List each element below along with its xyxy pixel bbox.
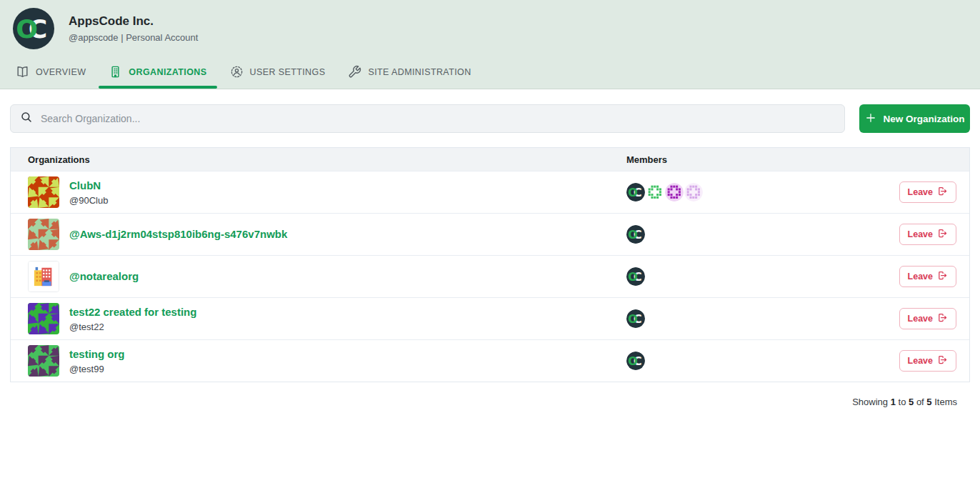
action-cell: Leave: [862, 224, 969, 245]
account-header: C O AppsCode Inc. @appscode | Personal A…: [0, 0, 980, 89]
organization-cell: testing org @test99: [11, 345, 626, 377]
members-cell: C O: [626, 225, 862, 244]
showing-of-word: of: [916, 397, 924, 407]
account-subtitle: @appscode | Personal Account: [69, 32, 198, 43]
organization-cell: @Aws-d1j2rm04stsp810ib6ng-s476v7nwbk: [11, 219, 626, 250]
organization-avatar: [28, 219, 59, 250]
showing-prefix: Showing: [852, 397, 888, 407]
organization-name-link[interactable]: @notarealorg: [69, 270, 139, 282]
organization-name-link[interactable]: @Aws-d1j2rm04stsp810ib6ng-s476v7nwbk: [69, 228, 287, 240]
leave-button[interactable]: Leave: [899, 266, 956, 287]
table-row: @notarealorg C O Leave: [11, 255, 969, 297]
wrench-icon: [348, 65, 361, 79]
svg-text:O: O: [628, 270, 638, 284]
tab-label: ORGANIZATIONS: [129, 67, 206, 77]
member-avatar[interactable]: [646, 183, 664, 201]
organization-cell: ClubN @90Club: [11, 176, 626, 208]
user-settings-icon: [230, 65, 244, 79]
organization-name-link[interactable]: testing org: [69, 348, 125, 360]
tab-organizations[interactable]: ORGANIZATIONS: [99, 55, 216, 89]
showing-from: 1: [891, 397, 896, 407]
leave-button[interactable]: Leave: [899, 181, 956, 203]
organization-name-link[interactable]: ClubN: [69, 179, 101, 191]
account-title: AppsCode Inc.: [69, 14, 198, 29]
leave-label: Leave: [908, 229, 933, 239]
members-cell: C O: [626, 267, 862, 286]
organization-handle: @90Club: [69, 195, 108, 206]
leave-button[interactable]: Leave: [899, 350, 956, 372]
tab-site-administration[interactable]: SITE ADMINISTRATION: [338, 55, 481, 89]
plus-icon: [864, 111, 877, 126]
leave-label: Leave: [908, 356, 933, 366]
toolbar: New Organization: [10, 104, 970, 133]
svg-text:O: O: [628, 228, 638, 242]
logout-icon: [937, 228, 948, 241]
table-row: @Aws-d1j2rm04stsp810ib6ng-s476v7nwbk C O…: [11, 213, 969, 255]
leave-button[interactable]: Leave: [899, 224, 956, 245]
column-header-organizations: Organizations: [11, 154, 626, 165]
action-cell: Leave: [862, 266, 969, 287]
logout-icon: [937, 354, 948, 367]
pagination-summary: Showing 1 to 5 of 5 Items: [10, 382, 970, 407]
organization-cell: test22 created for testing @test22: [11, 303, 626, 334]
tab-label: USER SETTINGS: [250, 67, 326, 77]
showing-suffix: Items: [934, 397, 957, 407]
member-avatar-appscode[interactable]: C O: [626, 183, 645, 201]
search-icon: [20, 111, 33, 126]
organization-handle: @test99: [69, 364, 125, 374]
organization-handle: @test22: [69, 322, 196, 332]
member-avatar-appscode[interactable]: C O: [626, 309, 645, 328]
new-organization-label: New Organization: [883, 114, 964, 124]
svg-text:O: O: [628, 312, 638, 326]
tab-label: OVERVIEW: [36, 67, 86, 77]
member-avatar-appscode[interactable]: C O: [626, 352, 645, 370]
column-header-members: Members: [626, 154, 862, 165]
tab-overview[interactable]: OVERVIEW: [6, 55, 96, 89]
search-input[interactable]: [41, 113, 835, 124]
organization-cell: @notarealorg: [11, 261, 626, 292]
new-organization-button[interactable]: New Organization: [859, 104, 970, 133]
book-icon: [16, 65, 29, 79]
member-avatar-appscode[interactable]: C O: [626, 225, 645, 244]
action-cell: Leave: [862, 350, 969, 372]
organization-avatar: [28, 345, 59, 377]
organization-avatar: [28, 176, 59, 208]
svg-text:O: O: [628, 186, 638, 199]
profile-section: C O AppsCode Inc. @appscode | Personal A…: [0, 0, 980, 55]
leave-button[interactable]: Leave: [899, 308, 956, 329]
showing-to-word: to: [899, 397, 906, 407]
appscode-logo: C O: [13, 8, 54, 49]
table-row: testing org @test99 C O Leave: [11, 339, 969, 382]
tab-bar: OVERVIEW ORGANIZATIONS USER SETTINGS SIT…: [0, 55, 980, 89]
table-row: ClubN @90Club C O Leave: [11, 171, 969, 213]
member-avatar-appscode[interactable]: C O: [626, 267, 645, 286]
member-avatar[interactable]: [665, 183, 684, 201]
tab-user-settings[interactable]: USER SETTINGS: [220, 55, 336, 89]
building-icon: [109, 65, 122, 79]
members-cell: C O: [626, 183, 862, 201]
tab-label: SITE ADMINISTRATION: [368, 67, 471, 77]
main-content: New Organization Organizations Members C…: [0, 89, 980, 407]
svg-text:O: O: [628, 354, 638, 368]
action-cell: Leave: [862, 181, 969, 203]
members-cell: C O: [626, 309, 862, 328]
action-cell: Leave: [862, 308, 969, 329]
member-avatar[interactable]: [684, 183, 703, 201]
organization-avatar: [28, 303, 59, 334]
organizations-table: Organizations Members ClubN @90Club C O …: [10, 147, 970, 382]
table-row: test22 created for testing @test22 C O L…: [11, 297, 969, 339]
svg-text:O: O: [16, 14, 38, 44]
leave-label: Leave: [908, 272, 933, 282]
table-header: Organizations Members: [11, 148, 969, 171]
organization-avatar: [28, 261, 59, 292]
logout-icon: [937, 186, 948, 199]
members-cell: C O: [626, 352, 862, 370]
leave-label: Leave: [908, 187, 933, 197]
leave-label: Leave: [908, 314, 933, 324]
showing-to: 5: [909, 397, 914, 407]
logout-icon: [937, 312, 948, 325]
search-box[interactable]: [10, 104, 845, 133]
organization-name-link[interactable]: test22 created for testing: [69, 306, 196, 318]
showing-total: 5: [926, 397, 931, 407]
logout-icon: [937, 270, 948, 283]
